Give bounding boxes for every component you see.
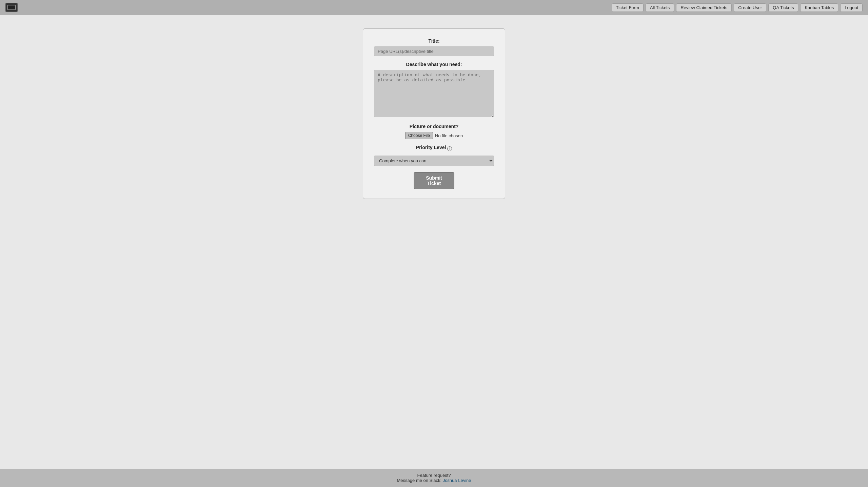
describe-group: Describe what you need: [374,62,494,118]
footer-line1: Feature request? [4,473,864,478]
submit-button[interactable]: Submit Ticket [414,172,454,189]
logo-icon [7,5,16,10]
qa-tickets-link[interactable]: QA Tickets [768,3,798,12]
navbar-links: Ticket Form All Tickets Review Claimed T… [612,3,863,12]
priority-select[interactable]: Complete when you canImportantUrgent [374,156,494,166]
title-group: Title: [374,38,494,56]
app-logo [5,3,18,12]
ticket-form-link[interactable]: Ticket Form [612,3,644,12]
create-user-link[interactable]: Create User [734,3,766,12]
priority-section: Priority Level i Complete when you canIm… [374,145,494,166]
footer-slack-link[interactable]: Joshua Levine [443,478,471,483]
file-section: Picture or document? Choose File No file… [374,124,494,139]
file-input-wrapper: Choose File No file chosen [405,132,463,139]
title-input[interactable] [374,46,494,56]
main-content: Title: Describe what you need: Picture o… [0,15,868,469]
title-label: Title: [374,38,494,44]
priority-label-row: Priority Level i [374,145,494,153]
all-tickets-link[interactable]: All Tickets [646,3,674,12]
navbar: Ticket Form All Tickets Review Claimed T… [0,0,868,15]
choose-file-button[interactable]: Choose File [405,132,433,139]
file-label: Picture or document? [374,124,494,129]
priority-label: Priority Level [416,145,446,150]
footer: Feature request? Message me on Slack: Jo… [0,469,868,487]
review-claimed-tickets-link[interactable]: Review Claimed Tickets [676,3,732,12]
describe-label: Describe what you need: [374,62,494,67]
kanban-tables-link[interactable]: Kanban Tables [800,3,838,12]
logout-link[interactable]: Logout [840,3,863,12]
ticket-form-card: Title: Describe what you need: Picture o… [363,28,505,199]
footer-line2-prefix: Message me on Slack: [397,478,443,483]
describe-textarea[interactable] [374,70,494,117]
footer-line2: Message me on Slack: Joshua Levine [4,478,864,483]
priority-info-icon[interactable]: i [447,146,452,151]
no-file-chosen-text: No file chosen [435,133,463,138]
